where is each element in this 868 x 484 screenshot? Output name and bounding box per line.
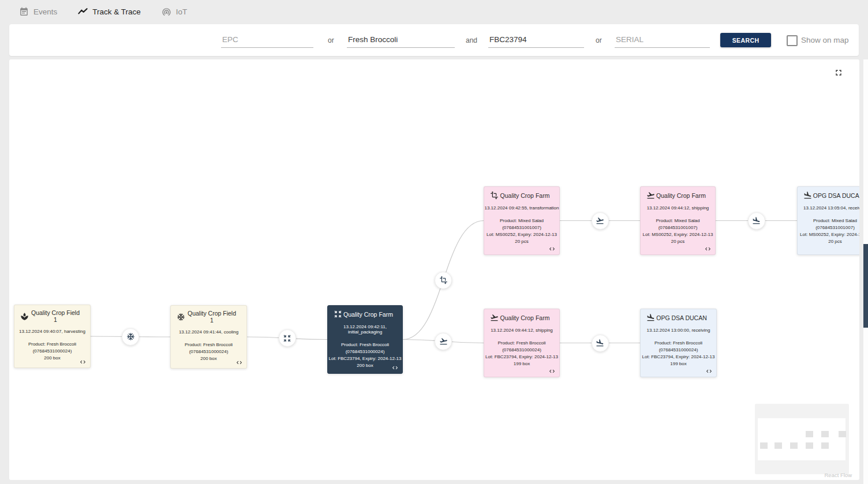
node-details: Product: Mixed Salad(07684531001007)Lot:… <box>798 217 859 245</box>
node-detail-line: (07684531000024) <box>14 348 90 355</box>
product-input[interactable] <box>347 32 455 48</box>
tab-events-label: Events <box>33 7 57 16</box>
connector-or-2: or <box>596 36 602 44</box>
react-flow-attribution: React Flow <box>824 472 852 478</box>
flow-node-shipping_salad[interactable]: Quality Crop Farm13.12.2024 09:44:12, sh… <box>640 186 716 255</box>
node-detail-line: Product: Mixed Salad <box>798 217 859 224</box>
node-title: OPG DSA DUCAN <box>812 192 859 199</box>
tab-track-and-trace[interactable]: Track & Trace <box>78 7 141 17</box>
transform-icon <box>490 191 499 200</box>
tab-iot[interactable]: IoT <box>162 7 188 17</box>
code-icon[interactable] <box>706 368 712 374</box>
minimap-node <box>790 442 798 449</box>
minimap-node <box>775 442 782 449</box>
edge-chip[interactable] <box>435 272 452 289</box>
node-detail-line: Lot: MS00252, Expiry: 2024-12-13 <box>484 231 559 238</box>
flight-takeoff-icon <box>490 313 499 322</box>
flight-takeoff-icon <box>646 191 655 200</box>
transform-icon <box>439 276 448 284</box>
flow-node-receiving_broccoli[interactable]: OPG DSA DUCAN13.12.2024 13:00:00, receiv… <box>640 309 717 377</box>
node-timestamp: 13.12.2024 09:44:12, shipping <box>484 328 559 333</box>
node-detail-line: (07684531000024) <box>484 347 559 354</box>
node-header: OPG DSA DUCAN <box>641 309 716 322</box>
search-bar: or and or SEARCH Show on map <box>9 24 859 56</box>
minimap[interactable] <box>755 404 849 474</box>
scrollbar-track[interactable] <box>863 59 868 484</box>
minimap-node <box>760 442 768 449</box>
node-detail-line: 20 pcs <box>798 238 859 245</box>
node-title: Quality Crop Farm <box>499 314 553 321</box>
node-header: Quality Crop Farm <box>641 187 715 200</box>
node-detail-line: Lot: FBC23794, Expiry: 2024-12-13 <box>328 355 402 362</box>
edge-chip[interactable] <box>122 328 139 346</box>
edge-chip[interactable] <box>279 329 296 347</box>
node-timestamp: 13.12.2024 09:40:07, harvesting <box>14 329 90 334</box>
minimap-node <box>839 431 846 437</box>
flight-land-icon <box>803 191 812 200</box>
node-detail-line: Lot: MS00252, Expiry: 2024-12-13 <box>798 231 859 238</box>
node-detail-line: Lot: FBC23794, Expiry: 2024-12-13 <box>641 354 716 361</box>
flow-canvas[interactable]: Quality Crop Field 113.12.2024 09:40:07,… <box>9 59 859 480</box>
lot-input[interactable] <box>488 32 584 48</box>
node-detail-line: 199 box <box>641 361 716 367</box>
node-detail-line: 200 box <box>328 362 402 369</box>
code-icon[interactable] <box>705 246 711 252</box>
node-details: Product: Fresh Broccoli(07684531000024)2… <box>14 341 90 362</box>
fullscreen-button[interactable] <box>834 68 845 80</box>
flow-node-transformation[interactable]: Quality Crop Farm13.12.2024 09:42:55, tr… <box>484 186 560 255</box>
flight-land-icon <box>646 313 655 322</box>
node-detail-line: Product: Fresh Broccoli <box>171 342 246 348</box>
edge-chip[interactable] <box>748 212 765 230</box>
node-details: Product: Fresh Broccoli(07684531000024)L… <box>328 342 402 369</box>
show-on-map-checkbox[interactable] <box>787 35 798 46</box>
serial-input[interactable] <box>615 32 710 48</box>
edge-chip[interactable] <box>592 212 609 230</box>
tab-events[interactable]: Events <box>19 7 57 17</box>
flow-node-initial_packaging[interactable]: Quality Crop Farm13.12.2024 09:42:11, in… <box>327 305 403 374</box>
flow-node-shipping_broccoli[interactable]: Quality Crop Farm13.12.2024 09:44:12, sh… <box>484 309 560 377</box>
flow-node-cooling[interactable]: Quality Crop Field 113.12.2024 09:41:44,… <box>170 305 247 369</box>
node-detail-line: (07684531001007) <box>798 224 859 231</box>
code-icon[interactable] <box>236 359 242 366</box>
snowflake-icon <box>177 313 185 321</box>
minimap-viewport[interactable] <box>758 418 845 460</box>
flow-node-receiving_salad[interactable]: OPG DSA DUCAN13.12.2024 13:05:04, receiv… <box>797 186 859 255</box>
harvest-icon <box>20 312 29 321</box>
node-timestamp: 13.12.2024 09:44:12, shipping <box>641 205 715 211</box>
snowflake-icon <box>126 332 135 341</box>
minimap-node <box>821 442 829 449</box>
node-timestamp: 13.12.2024 09:42:11, initial_packaging <box>328 324 402 335</box>
packaging-icon <box>334 310 342 318</box>
node-detail-line: Lot: MS00252, Expiry: 2024-12-13 <box>641 231 715 238</box>
node-timestamp: 13.12.2024 09:42:55, transformation <box>484 205 559 211</box>
node-title: Quality Crop Field 1 <box>29 309 84 323</box>
code-icon[interactable] <box>549 246 555 252</box>
node-detail-line: (07684531000024) <box>171 348 246 355</box>
flight-takeoff-icon <box>596 216 604 225</box>
flight-takeoff-icon <box>439 337 448 346</box>
node-title: OPG DSA DUCAN <box>655 314 710 321</box>
code-icon[interactable] <box>549 368 555 374</box>
flow-node-harvesting[interactable]: Quality Crop Field 113.12.2024 09:40:07,… <box>14 305 91 368</box>
node-detail-line: 199 box <box>484 361 559 367</box>
node-title: Quality Crop Field 1 <box>185 310 241 324</box>
fullscreen-icon <box>834 68 843 80</box>
edge-chip[interactable] <box>592 335 609 352</box>
code-icon[interactable] <box>392 365 398 371</box>
search-button[interactable]: SEARCH <box>720 33 771 47</box>
epc-input[interactable] <box>221 32 313 48</box>
node-header: Quality Crop Farm <box>484 309 559 322</box>
node-title: Quality Crop Farm <box>342 311 396 318</box>
node-title: Quality Crop Farm <box>499 192 553 199</box>
node-timestamp: 13.12.2024 13:05:04, receiving <box>798 205 859 211</box>
node-detail-line: Product: Fresh Broccoli <box>641 340 716 347</box>
code-icon[interactable] <box>80 359 86 365</box>
node-detail-line: Lot: FBC23794, Expiry: 2024-12-13 <box>484 354 559 361</box>
node-header: Quality Crop Farm <box>328 306 402 318</box>
edge-chip[interactable] <box>435 333 452 350</box>
node-detail-line: (07684531001007) <box>484 224 559 231</box>
scrollbar-thumb[interactable] <box>863 244 868 328</box>
flight-land-icon <box>596 339 604 347</box>
node-detail-line: Product: Mixed Salad <box>484 217 559 224</box>
node-detail-line: Product: Mixed Salad <box>641 217 715 224</box>
